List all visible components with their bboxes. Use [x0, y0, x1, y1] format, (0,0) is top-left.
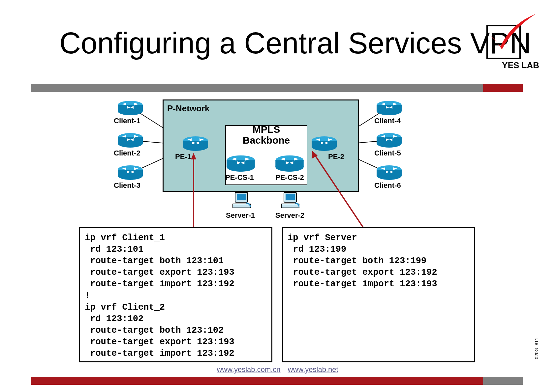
- svg-marker-44: [191, 153, 196, 159]
- checkmark-icon: [485, 11, 538, 50]
- divider-grey: [31, 84, 483, 92]
- config-right-box: ip vrf Server rd 123:199 route-target bo…: [282, 227, 475, 362]
- divider-red: [483, 84, 523, 92]
- footer-grey-bar: [483, 377, 523, 385]
- page-title: Configuring a Central Services VPN: [59, 26, 531, 60]
- config-left-box: ip vrf Client_1 rd 123:101 route-target …: [79, 227, 272, 362]
- footer-link-1[interactable]: www.yeslab.com.cn: [217, 365, 280, 374]
- logo-box: [486, 25, 521, 59]
- slide-code: 020G_811: [534, 338, 539, 359]
- slide: Configuring a Central Services VPN YES L…: [0, 0, 555, 392]
- yeslab-logo: YES LAB: [478, 25, 539, 70]
- network-diagram: P-Network MPLS Backbone Client-1 Client-…: [110, 98, 407, 224]
- logo-text: YES LAB: [478, 60, 539, 70]
- callout-arrows: [110, 98, 407, 236]
- footer-red-bar: [31, 377, 483, 385]
- footer-links: www.yeslab.com.cn www.yeslab.net: [0, 365, 555, 374]
- footer-link-2[interactable]: www.yeslab.net: [288, 365, 338, 374]
